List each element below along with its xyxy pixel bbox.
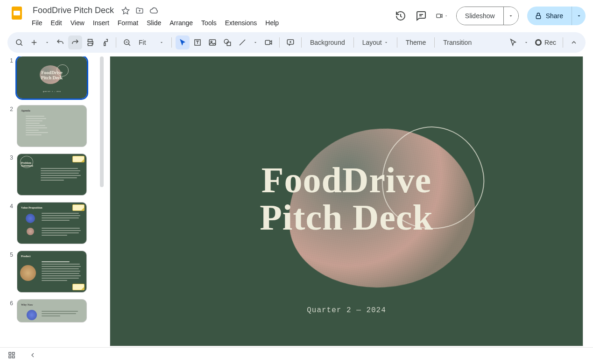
meet-icon[interactable]	[436, 10, 448, 22]
svg-rect-16	[9, 352, 11, 355]
document-title[interactable]: FoodDrive Pitch Deck	[30, 5, 117, 16]
paint-format-button[interactable]	[98, 35, 112, 49]
undo-button[interactable]	[53, 35, 67, 49]
svg-rect-1	[14, 11, 20, 15]
comment-badge-icon	[72, 284, 85, 290]
menu-format[interactable]: Format	[114, 17, 142, 28]
transition-button[interactable]: Transition	[438, 35, 476, 49]
svg-rect-13	[227, 42, 231, 46]
slide-thumbnail-3[interactable]: Problem Statement	[17, 154, 87, 196]
svg-rect-10	[209, 40, 216, 45]
menu-edit[interactable]: Edit	[47, 17, 66, 28]
slide-thumbnail-1[interactable]: FoodDrivePitch Deck Quarter 2 — 2024	[17, 56, 87, 98]
menu-tools[interactable]: Tools	[198, 17, 220, 28]
svg-rect-3	[536, 15, 540, 19]
shape-tool[interactable]	[220, 35, 234, 49]
document-area: FoodDrive Pitch Deck File Edit View Inse…	[30, 4, 391, 28]
video-tool[interactable]	[261, 35, 275, 49]
svg-rect-18	[9, 356, 11, 358]
chevron-left-icon[interactable]	[29, 351, 36, 361]
layout-button[interactable]: Layout	[358, 35, 393, 49]
comment-insert-button[interactable]	[283, 35, 297, 49]
share-button[interactable]: Share	[527, 7, 572, 25]
lock-icon	[535, 12, 542, 20]
thumb-number: 6	[7, 299, 13, 307]
filmstrip: 1 FoodDrivePitch Deck Quarter 2 — 2024 2…	[7, 56, 104, 347]
slideshow-button[interactable]: Slideshow	[457, 7, 503, 25]
slideshow-button-group: Slideshow	[456, 7, 519, 25]
thumbnail-row: 3 Problem Statement	[7, 154, 95, 196]
search-menus-icon[interactable]	[12, 35, 26, 49]
share-button-group: Share	[527, 7, 586, 25]
toolbar-separator	[563, 37, 563, 48]
slide-title[interactable]: FoodDrive Pitch Deck	[110, 161, 583, 236]
cursor-share-dropdown[interactable]	[521, 35, 531, 49]
comments-icon[interactable]	[415, 10, 427, 22]
thumb-number: 4	[7, 202, 13, 210]
zoom-select[interactable]: Fit	[135, 35, 168, 49]
background-button[interactable]: Background	[305, 35, 350, 49]
thumbnail-row: 5 Product	[7, 251, 95, 293]
toolbar-separator	[353, 37, 354, 48]
top-right-actions: Slideshow Share	[395, 4, 586, 25]
rec-button[interactable]: Rec	[532, 35, 559, 49]
comment-badge-icon	[72, 156, 85, 162]
cloud-saved-icon[interactable]	[149, 6, 159, 15]
theme-button[interactable]: Theme	[401, 35, 431, 49]
thumbnail-row: 4 Value Proposition	[7, 202, 95, 244]
star-icon[interactable]	[121, 6, 131, 15]
slide-thumbnail-6[interactable]: Why Now	[17, 299, 87, 322]
slideshow-dropdown[interactable]	[503, 7, 518, 25]
slide-thumbnail-4[interactable]: Value Proposition	[17, 202, 87, 244]
thumb-number: 1	[7, 56, 13, 64]
thumbnail-row: 6 Why Now	[7, 299, 95, 322]
textbox-tool[interactable]	[191, 35, 205, 49]
menu-view[interactable]: View	[67, 17, 88, 28]
slide-thumbnail-5[interactable]: Product	[17, 251, 87, 293]
select-tool[interactable]	[176, 35, 190, 49]
slide-subtitle[interactable]: Quarter 2 — 2024	[110, 306, 583, 315]
menu-arrange[interactable]: Arrange	[166, 17, 197, 28]
thumbnail-row: 2 Agenda	[7, 105, 95, 147]
zoom-value: Fit	[139, 39, 146, 46]
collapse-toolbar-icon[interactable]	[567, 35, 581, 49]
menu-file[interactable]: File	[28, 17, 46, 28]
record-icon	[535, 39, 542, 46]
menu-insert[interactable]: Insert	[89, 17, 113, 28]
new-slide-button[interactable]	[27, 35, 41, 49]
filmstrip-scrollbar[interactable]	[100, 56, 104, 187]
menu-bar: File Edit View Insert Format Slide Arran…	[28, 17, 391, 28]
menu-slide[interactable]: Slide	[143, 17, 165, 28]
toolbar-separator	[171, 37, 172, 48]
toolbar-separator	[397, 37, 397, 48]
menu-help[interactable]: Help	[261, 17, 282, 28]
svg-rect-19	[13, 356, 15, 358]
history-icon[interactable]	[395, 10, 407, 22]
header: FoodDrive Pitch Deck File Edit View Inse…	[0, 0, 593, 28]
slide-canvas[interactable]: FoodDrive Pitch Deck Quarter 2 — 2024	[110, 56, 583, 346]
svg-rect-14	[265, 41, 270, 45]
share-dropdown[interactable]	[572, 7, 586, 25]
svg-rect-7	[104, 43, 106, 46]
svg-rect-2	[437, 14, 441, 18]
comment-badge-icon	[72, 204, 85, 211]
move-to-drive-icon[interactable]	[135, 6, 145, 15]
line-dropdown[interactable]	[250, 35, 261, 49]
toolbar-separator	[434, 37, 435, 48]
grid-view-icon[interactable]	[7, 351, 16, 361]
new-slide-dropdown[interactable]	[42, 35, 52, 49]
image-tool[interactable]	[205, 35, 219, 49]
redo-button[interactable]	[68, 35, 82, 49]
app-icon-slides[interactable]	[7, 4, 26, 22]
menu-extensions[interactable]: Extensions	[221, 17, 261, 28]
svg-rect-17	[13, 352, 15, 355]
slide-thumbnail-2[interactable]: Agenda	[17, 105, 87, 147]
toolbar-separator	[301, 37, 302, 48]
line-tool[interactable]	[235, 35, 249, 49]
share-label: Share	[546, 12, 563, 20]
bottom-bar	[0, 347, 593, 364]
print-button[interactable]	[83, 35, 97, 49]
cursor-share-icon[interactable]	[506, 35, 520, 49]
zoom-out-icon[interactable]	[120, 35, 134, 49]
svg-point-12	[224, 39, 228, 43]
